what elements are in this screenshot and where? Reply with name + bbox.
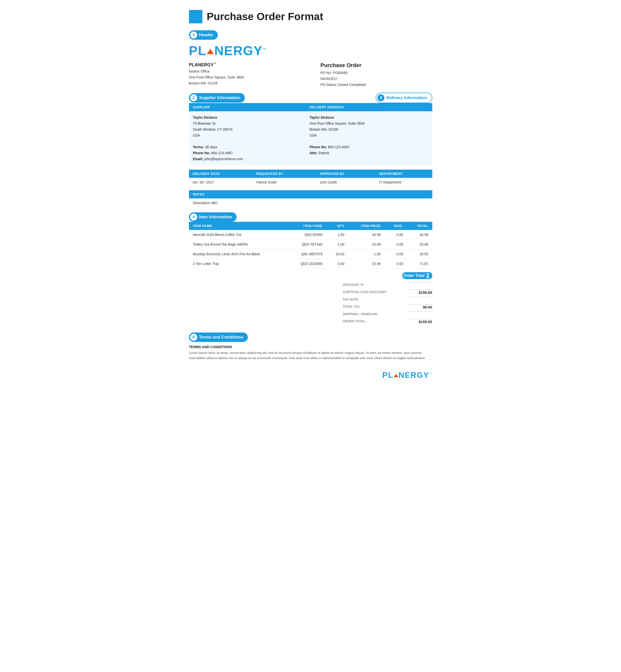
title-accent-block — [189, 10, 202, 23]
item-cell-0-5: 34.99 — [407, 230, 432, 240]
item-cell-1-3: 20.49 — [348, 239, 385, 249]
supplier-cell: Taylor Dickens 70 Bowman St. South Winds… — [189, 111, 306, 165]
supplier-addr1: 70 Bowman St. — [193, 121, 302, 127]
order-total-badge-num: 5 — [426, 274, 429, 278]
item-badge-row: 4 Item Information — [189, 212, 432, 222]
supplier-phone: Phone No: 800-123-4567 — [193, 150, 302, 156]
terms-content-title: TERMS AND CONDITIONS — [189, 345, 432, 349]
item-cell-0-0: Nescafe Gold Blend Coffee 7oz — [189, 230, 288, 240]
delivery-meta-table: DELIVERY DATEREQUESTED BYAPPROVED BYDEPA… — [189, 170, 432, 187]
delivery-meta-header-3: DEPARTMENT — [375, 170, 432, 178]
supplier-name: Taylor Dickens — [193, 116, 217, 120]
supplier-badge-label: Supplier Information — [199, 95, 240, 100]
item-cell-0-1: QD2-00350 — [287, 230, 327, 240]
delivery-addr3: USA — [309, 133, 428, 138]
total-tax-row: TOTAL TAX $0.00 — [343, 303, 432, 310]
terms-body: Lorem ipsum dolor sit amet, consectetur … — [189, 350, 432, 361]
item-cell-2-3: 1.90 — [348, 249, 385, 259]
footer-logo: PLNERGY™ — [189, 371, 432, 380]
header-badge-label: Header — [199, 33, 213, 38]
delivery-addr2: Boston MA, 02109 — [309, 127, 428, 133]
terms-badge-label: Terms and Conditions — [199, 335, 243, 340]
terms-badge-num: 6 — [190, 334, 197, 341]
page-title: Purchase Order Format — [207, 11, 323, 23]
subtotal-label: SUBTOTAL LESS DISCOUNT — [343, 290, 386, 294]
item-row: Nescafe Gold Blend Coffee 7ozQD2-003501.… — [189, 230, 432, 240]
item-badge-label: Item Information — [199, 215, 232, 219]
header-badge: 1 Header — [189, 30, 218, 40]
delivery-meta-value-1: Patrick Smith — [252, 178, 316, 187]
item-col-2: QTY — [327, 222, 348, 230]
item-cell-3-4: 0.00 — [385, 259, 407, 268]
item-badge-num: 4 — [190, 214, 197, 220]
delivery-meta-header-2: APPROVED BY — [316, 170, 375, 178]
item-cell-3-1: QD2-1523055 — [287, 259, 327, 268]
discount-value: — — [408, 282, 432, 287]
item-cell-1-5: 20.49 — [407, 239, 432, 249]
item-col-1: ITEM CODE — [287, 222, 327, 230]
item-row: Tettley Tea Round Tea Bags 440/PkQD2-TET… — [189, 239, 432, 249]
delivery-phone: Phone No: 800-123-4567 — [309, 144, 428, 150]
order-total-label: ORDER TOTAL — [343, 319, 366, 323]
item-cell-2-4: 0.00 — [385, 249, 407, 259]
company-address2: One Post Office Square, Suite 3600 — [189, 75, 301, 80]
tax-rate-value: — — [408, 297, 432, 302]
supplier-addr3: USA — [193, 133, 302, 138]
item-section: ITEM NAMEITEM CODEQTYITEM PRICEDISC.TOTA… — [189, 222, 432, 269]
total-tax-label: TOTAL TAX — [343, 305, 360, 308]
notes-header: NOTES — [189, 190, 432, 199]
subtotal-value: $155.65 — [408, 290, 432, 295]
item-cell-2-0: Niceday Economy Lever Arch Fire A4 Black — [189, 249, 288, 259]
po-number: PO No: PO00495 — [321, 70, 432, 76]
item-cell-2-1: Q81-4857579 — [287, 249, 327, 259]
tax-rate-label: TAX RATE — [343, 297, 358, 301]
item-cell-2-2: 15.00 — [327, 249, 348, 259]
footer-logo-triangle-icon — [394, 374, 398, 377]
tax-rate-row: TAX RATE — — [343, 296, 432, 303]
supplier-badge-num: 2 — [190, 94, 197, 101]
logo-large-row: PLNERGY™ — [189, 43, 432, 58]
discount-label: DISCOUNT % — [343, 283, 364, 287]
header-badge-num: 1 — [190, 32, 197, 39]
order-total-badge-label: Order Total — [404, 274, 425, 278]
delivery-name: Taylor Dickens — [309, 116, 334, 120]
item-col-5: TOTAL — [407, 222, 432, 230]
item-badge: 4 Item Information — [189, 212, 237, 222]
terms-badge: 6 Terms and Conditions — [189, 333, 248, 342]
delivery-attn: Attn: Patrick — [309, 150, 428, 156]
item-cell-2-5: 28.50 — [407, 249, 432, 259]
delivery-meta-value-3: IT Department — [375, 178, 432, 187]
supplier-col-header: SUPPLIER — [189, 103, 306, 111]
order-total-box: Order Total 5 DISCOUNT % — SUBTOTAL LESS… — [343, 272, 432, 325]
item-col-3: ITEM PRICE — [348, 222, 385, 230]
item-cell-3-0: 3 Tier Letter Tray — [189, 259, 288, 268]
item-row: 3 Tier Letter TrayQD2-15230553.0023.990.… — [189, 259, 432, 268]
company-name: PLANERGY™ — [189, 62, 301, 68]
item-cell-3-5: 71.67 — [407, 259, 432, 268]
delivery-badge-label: Delivery Information — [386, 95, 427, 100]
company-info: PLANERGY™ Boston Office One Post Office … — [189, 62, 301, 88]
logo-tm: ™ — [263, 47, 267, 51]
discount-row: DISCOUNT % — — [343, 281, 432, 288]
order-total-section: Order Total 5 DISCOUNT % — SUBTOTAL LESS… — [189, 272, 432, 325]
delivery-addr1: One Post Office Square, Suite 3600 — [309, 121, 428, 127]
item-col-4: DISC. — [385, 222, 407, 230]
delivery-meta-header-0: DELIVERY DATE — [189, 170, 252, 178]
terms-content: TERMS AND CONDITIONS Lorem ipsum dolor s… — [189, 345, 432, 361]
total-tax-value: $0.00 — [408, 304, 432, 309]
item-cell-0-4: 0.00 — [385, 230, 407, 240]
order-total-badge-row: Order Total 5 — [343, 272, 432, 279]
shipping-label: SHIPPING / HANDLING — [343, 312, 378, 316]
item-cell-3-3: 23.99 — [348, 259, 385, 268]
supplier-terms: Terms: 30 days — [193, 144, 302, 150]
item-cell-1-0: Tettley Tea Round Tea Bags 440/Pk — [189, 239, 288, 249]
sup-del-badges-row: 2 Supplier Information 3 Delivery Inform… — [189, 93, 432, 103]
item-table: ITEM NAMEITEM CODEQTYITEM PRICEDISC.TOTA… — [189, 222, 432, 269]
po-title: Purchase Order — [321, 62, 432, 69]
item-cell-1-2: 1.00 — [327, 239, 348, 249]
delivery-badge: 3 Delivery Information — [376, 93, 432, 103]
delivery-meta-header-1: REQUESTED BY — [252, 170, 316, 178]
supplier-delivery-table: SUPPLIER DELVIERY ADDRESS Taylor Dickens… — [189, 103, 432, 165]
item-col-0: ITEM NAME — [189, 222, 288, 230]
planergy-footer-logo: PLNERGY™ — [382, 371, 432, 380]
